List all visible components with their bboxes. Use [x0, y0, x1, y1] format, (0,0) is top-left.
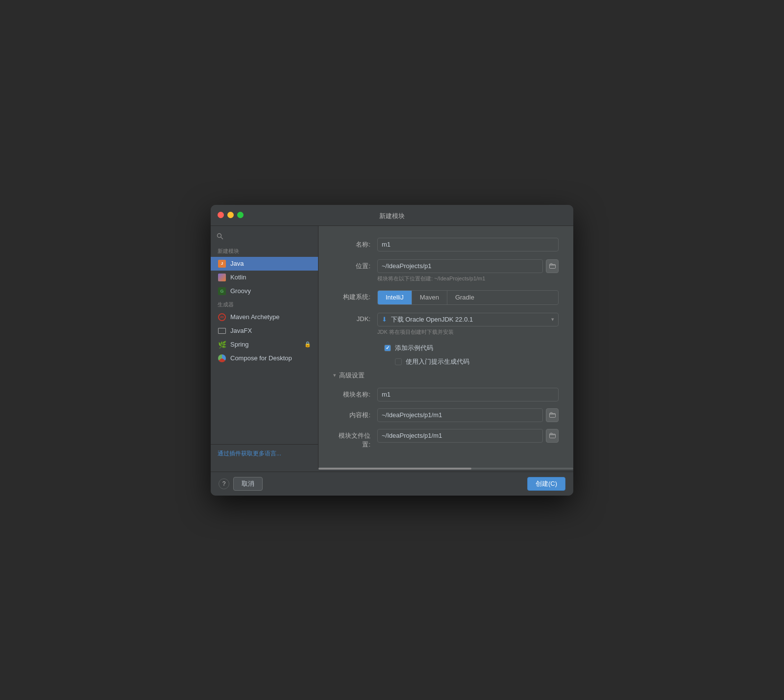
module-name-input[interactable] — [377, 388, 559, 401]
name-control — [377, 238, 559, 251]
search-icon — [217, 233, 312, 240]
title-bar: 新建模块 — [211, 205, 573, 226]
advanced-toggle[interactable]: ▾ 高级设置 — [333, 371, 559, 380]
content-root-label: 内容根: — [333, 408, 377, 420]
content-root-control — [377, 408, 559, 422]
maximize-button[interactable] — [237, 212, 244, 218]
module-file-location-input[interactable] — [377, 429, 543, 443]
jdk-hint: JDK 将在项目创建时下载并安装 — [377, 328, 559, 336]
content-root-folder-button[interactable] — [546, 408, 559, 422]
sidebar-item-label-java: Java — [230, 260, 244, 267]
generate-from-starter-checkbox[interactable] — [395, 358, 402, 365]
generate-from-starter-label: 使用入门提示生成代码 — [406, 357, 469, 366]
name-input[interactable] — [377, 238, 559, 251]
location-label: 位置: — [333, 259, 377, 271]
location-control: 模块将在以下位置创建: ~/IdeaProjects/p1/m1 — [377, 259, 559, 282]
location-row: 位置: 模块将在以下位置创建: ~/IdeaProjects/p1/m1 — [333, 259, 559, 282]
generate-from-starter-row: 使用入门提示生成代码 — [395, 357, 559, 366]
build-system-group: IntelliJ Maven Gradle — [377, 290, 559, 305]
sidebar-item-maven-archetype[interactable]: m Maven Archetype — [211, 310, 318, 324]
content-root-wrap — [377, 408, 559, 422]
javafx-icon — [218, 326, 226, 335]
chevron-down-icon: ▾ — [551, 316, 554, 323]
build-btn-maven[interactable]: Maven — [412, 291, 447, 304]
name-row: 名称: — [333, 238, 559, 251]
sidebar-item-compose-desktop[interactable]: Compose for Desktop — [211, 351, 318, 365]
location-input[interactable] — [377, 259, 543, 273]
module-name-label: 模块名称: — [333, 388, 377, 399]
location-hint: 模块将在以下位置创建: ~/IdeaProjects/p1/m1 — [377, 275, 559, 282]
jdk-control: ⬇ 下载 Oracle OpenJDK 22.0.1 ▾ JDK 将在项目创建时… — [377, 313, 559, 336]
download-icon: ⬇ — [382, 316, 387, 323]
build-system-label: 构建系统: — [333, 290, 377, 301]
scrollbar-track[interactable] — [318, 468, 573, 470]
new-module-section-label: 新建模块 — [211, 245, 318, 257]
jdk-value: ⬇ 下载 Oracle OpenJDK 22.0.1 — [382, 315, 473, 324]
sidebar-item-kotlin[interactable]: Kotlin — [211, 271, 318, 284]
content-root-row: 内容根: — [333, 408, 559, 422]
folder-button[interactable] — [546, 259, 559, 273]
add-sample-code-row: ✓ 添加示例代码 — [384, 344, 559, 352]
module-file-location-wrap — [377, 429, 559, 443]
sidebar-item-label-spring: Spring — [230, 341, 249, 348]
compose-icon — [218, 354, 226, 363]
generators-section-label: 生成器 — [211, 298, 318, 310]
build-system-control: IntelliJ Maven Gradle — [377, 290, 559, 305]
build-btn-gradle[interactable]: Gradle — [447, 291, 482, 304]
checkmark-icon: ✓ — [386, 345, 390, 350]
chevron-down-icon: ▾ — [333, 372, 336, 378]
java-icon: J — [218, 259, 226, 268]
close-button[interactable] — [218, 212, 224, 218]
sidebar-item-java[interactable]: J Java — [211, 257, 318, 271]
spring-icon: 🌿 — [218, 340, 226, 349]
maven-archetype-icon: m — [218, 313, 226, 322]
module-file-location-row: 模块文件位置: — [333, 429, 559, 449]
minimize-button[interactable] — [227, 212, 234, 218]
content-root-input[interactable] — [377, 408, 543, 422]
module-file-location-control — [377, 429, 559, 443]
plugin-link[interactable]: 通过插件获取更多语言... — [218, 450, 281, 457]
main-content: 名称: 位置: — [318, 226, 573, 468]
name-label: 名称: — [333, 238, 377, 249]
kotlin-icon — [218, 273, 226, 282]
cancel-button[interactable]: 取消 — [233, 477, 263, 491]
location-wrap — [377, 259, 559, 273]
footer-left: ? 取消 — [219, 477, 263, 491]
window-controls — [218, 212, 244, 218]
sidebar: 新建模块 J Java Kotlin G Groovy 生成器 — [211, 226, 318, 468]
sidebar-item-label-groovy: Groovy — [230, 287, 251, 295]
module-name-control — [377, 388, 559, 401]
build-btn-intellij[interactable]: IntelliJ — [378, 291, 412, 304]
add-sample-code-checkbox[interactable]: ✓ — [384, 345, 391, 351]
lock-icon: 🔒 — [304, 341, 311, 348]
new-module-dialog: 新建模块 新建模块 J Java — [211, 205, 573, 496]
jdk-dropdown[interactable]: ⬇ 下载 Oracle OpenJDK 22.0.1 ▾ — [377, 313, 559, 326]
advanced-fields: 模块名称: 内容根: — [333, 388, 559, 449]
groovy-icon: G — [218, 287, 226, 296]
dialog-title: 新建模块 — [379, 212, 405, 221]
module-file-location-folder-button[interactable] — [546, 429, 559, 443]
dialog-body: 新建模块 J Java Kotlin G Groovy 生成器 — [211, 226, 573, 468]
sidebar-item-label-compose: Compose for Desktop — [230, 354, 292, 362]
help-button[interactable]: ? — [219, 478, 229, 489]
sidebar-item-label-maven: Maven Archetype — [230, 313, 279, 321]
dialog-footer: ? 取消 创建(C) — [211, 472, 573, 496]
sidebar-item-spring[interactable]: 🌿 Spring 🔒 — [211, 338, 318, 351]
sidebar-item-groovy[interactable]: G Groovy — [211, 284, 318, 298]
search-area — [211, 231, 318, 245]
create-button[interactable]: 创建(C) — [527, 477, 565, 491]
sidebar-item-label-kotlin: Kotlin — [230, 274, 246, 281]
add-sample-code-label: 添加示例代码 — [395, 344, 433, 352]
build-system-row: 构建系统: IntelliJ Maven Gradle — [333, 290, 559, 305]
sidebar-footer: 通过插件获取更多语言... — [211, 444, 318, 463]
module-file-location-label: 模块文件位置: — [333, 429, 377, 449]
svg-line-1 — [221, 237, 223, 239]
sidebar-item-label-javafx: JavaFX — [230, 327, 252, 334]
sidebar-item-javafx[interactable]: JavaFX — [211, 324, 318, 338]
scrollbar-thumb — [318, 468, 471, 470]
module-name-row: 模块名称: — [333, 388, 559, 401]
jdk-row: JDK: ⬇ 下载 Oracle OpenJDK 22.0.1 ▾ JDK 将在… — [333, 313, 559, 336]
advanced-label: 高级设置 — [339, 371, 365, 380]
jdk-label: JDK: — [333, 313, 377, 323]
